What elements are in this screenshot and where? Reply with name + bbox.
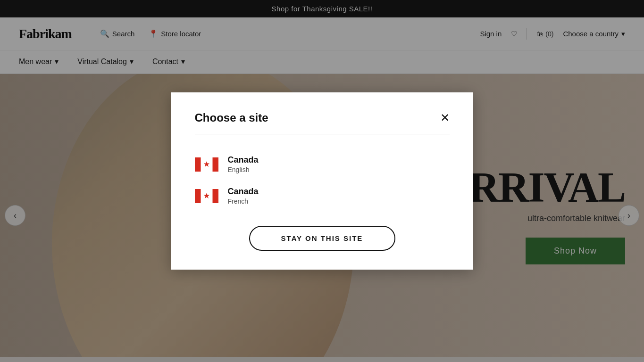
site-option-info: Canada French: [228, 187, 259, 205]
site-country: Canada: [228, 187, 259, 197]
svg-rect-6: [212, 189, 218, 203]
modal-close-button[interactable]: ✕: [440, 112, 450, 123]
canada-flag-french: [195, 188, 218, 204]
canada-flag-english: [195, 156, 218, 173]
site-language: English: [228, 166, 259, 173]
modal-title: Choose a site: [195, 111, 268, 124]
site-option-canada-english[interactable]: Canada English: [195, 148, 450, 180]
svg-rect-5: [195, 189, 201, 203]
choose-site-modal: Choose a site ✕ Canada English: [171, 92, 473, 270]
site-country: Canada: [228, 155, 259, 165]
stay-on-site-button[interactable]: STAY ON THIS SITE: [249, 226, 395, 251]
modal-overlay[interactable]: Choose a site ✕ Canada English: [0, 0, 644, 362]
site-option-info: Canada English: [228, 155, 259, 173]
svg-rect-2: [212, 157, 218, 172]
modal-header: Choose a site ✕: [195, 111, 450, 134]
site-option-canada-french[interactable]: Canada French: [195, 180, 450, 212]
svg-rect-1: [195, 157, 201, 172]
site-language: French: [228, 197, 259, 205]
